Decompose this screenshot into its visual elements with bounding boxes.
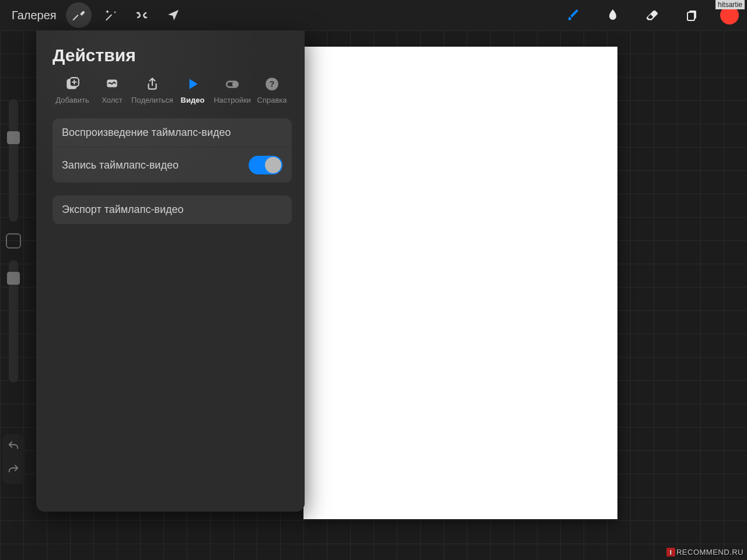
tab-help[interactable]: ? Справка: [252, 76, 292, 104]
side-controls: [2, 99, 25, 383]
play-timelapse-row[interactable]: Воспроизведение таймлапс-видео: [53, 118, 292, 147]
tab-label: Настройки: [214, 96, 251, 104]
canvas-icon: [104, 76, 120, 92]
watermark-badge: I: [666, 548, 675, 556]
smudge-icon[interactable]: [601, 4, 624, 27]
tab-label: Поделиться: [131, 96, 173, 104]
canvas-page[interactable]: [303, 47, 617, 519]
row-label: Запись таймлапс-видео: [62, 159, 179, 172]
move-icon[interactable]: [160, 2, 186, 28]
brush-icon[interactable]: [561, 4, 585, 27]
actions-panel: Действия Добавить Холст Поделиться Видео: [36, 30, 305, 512]
actions-title: Действия: [53, 46, 292, 65]
tab-label: Холст: [102, 96, 123, 104]
svg-rect-1: [687, 12, 694, 20]
row-label: Экспорт таймлапс-видео: [62, 204, 184, 216]
plus-square-icon: [64, 76, 81, 92]
record-timelapse-row[interactable]: Запись таймлапс-видео: [53, 147, 292, 183]
redo-button[interactable]: [7, 463, 20, 478]
row-label: Воспроизведение таймлапс-видео: [62, 127, 231, 139]
gallery-button[interactable]: Галерея: [8, 6, 60, 24]
tab-label: Добавить: [55, 96, 89, 104]
undo-redo-group: [2, 434, 25, 484]
play-icon: [184, 76, 201, 92]
topbar: Галерея: [0, 0, 747, 30]
tab-label: Видео: [181, 96, 205, 104]
video-group-2: Экспорт таймлапс-видео: [53, 195, 292, 224]
tab-share[interactable]: Поделиться: [132, 76, 173, 104]
tab-add[interactable]: Добавить: [53, 76, 92, 104]
export-timelapse-row[interactable]: Экспорт таймлапс-видео: [53, 195, 292, 224]
wrench-icon[interactable]: [66, 2, 92, 28]
eyedropper-button[interactable]: [6, 233, 21, 249]
video-group-1: Воспроизведение таймлапс-видео Запись та…: [53, 118, 292, 183]
svg-text:?: ?: [270, 79, 275, 89]
record-timelapse-toggle[interactable]: [249, 156, 282, 174]
tab-label: Справка: [257, 96, 287, 104]
layers-icon[interactable]: [680, 4, 704, 27]
actions-tabs: Добавить Холст Поделиться Видео Настройк…: [53, 76, 292, 113]
selection-icon[interactable]: [129, 2, 155, 28]
brush-size-slider[interactable]: [9, 99, 18, 222]
tab-canvas[interactable]: Холст: [92, 76, 132, 104]
tab-settings[interactable]: Настройки: [212, 76, 252, 104]
help-icon: ?: [264, 76, 280, 92]
opacity-slider[interactable]: [9, 260, 18, 383]
share-icon: [144, 76, 160, 92]
eraser-icon[interactable]: [641, 4, 664, 27]
watermark-text: RECOMMEND.RU: [676, 548, 743, 556]
gear-toggle-icon: [224, 76, 240, 92]
watermark: I RECOMMEND.RU: [666, 548, 743, 556]
undo-button[interactable]: [7, 440, 20, 455]
account-tag: hitsartie: [715, 0, 745, 9]
magic-wand-icon[interactable]: [97, 2, 123, 28]
svg-point-6: [233, 82, 237, 86]
tab-video[interactable]: Видео: [173, 76, 212, 104]
